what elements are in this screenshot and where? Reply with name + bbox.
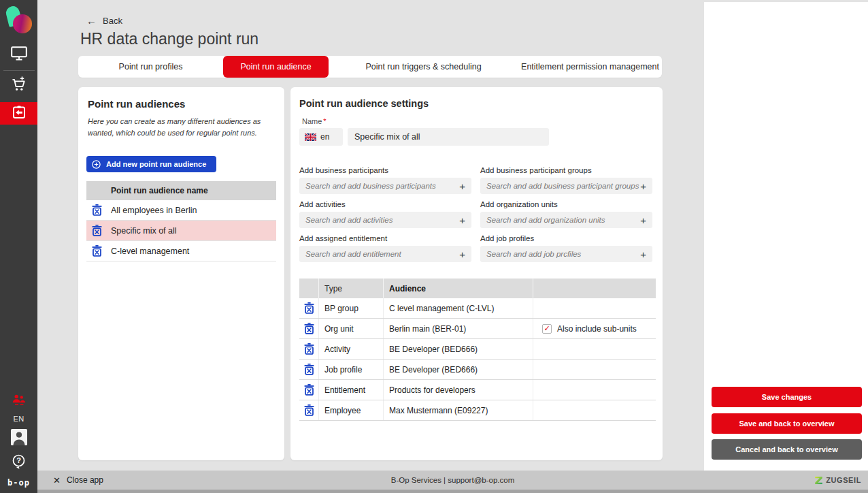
search-box: + <box>299 178 471 194</box>
language-indicator[interactable]: EN <box>13 415 24 423</box>
add-audience-button[interactable]: Add new point run audience <box>86 156 216 172</box>
field-label: Add assigned entitlement <box>299 234 471 242</box>
delete-row-button[interactable] <box>304 364 314 375</box>
table-row: Employee Max Mustermann (E09227) <box>299 400 656 421</box>
monitor-icon <box>11 46 27 63</box>
activities-search-input[interactable] <box>305 216 459 224</box>
business-participants-search-input[interactable] <box>305 182 459 190</box>
field-label: Add organization units <box>480 200 652 208</box>
delete-row-button[interactable] <box>304 323 314 334</box>
row-audience: Max Mustermann (E09227) <box>383 400 533 420</box>
delete-row-button[interactable] <box>304 384 314 396</box>
table-header-type: Type <box>318 279 383 298</box>
logo-gradient-circle <box>13 14 32 33</box>
add-plus-icon[interactable]: + <box>459 181 465 191</box>
service-info: B-Op Services | support@b-op.com <box>391 476 514 484</box>
tab-bar: Point run profiles Point run audience Po… <box>78 56 662 78</box>
row-audience: C level management (C-LVL) <box>383 298 533 318</box>
audience-form-grid: Add business participants + Add business… <box>299 166 656 262</box>
delete-row-button[interactable] <box>304 343 314 355</box>
field-label: Add business participant groups <box>480 166 652 174</box>
save-and-back-button[interactable]: Save and back to overview <box>712 413 862 434</box>
cancel-and-back-button[interactable]: Cancel and back to overview <box>712 439 862 460</box>
job-profiles-search-input[interactable] <box>486 250 640 258</box>
audience-name: All employees in Berlin <box>111 206 197 215</box>
delete-audience-button[interactable] <box>92 245 102 257</box>
tab-point-run-triggers[interactable]: Point run triggers & scheduling <box>329 56 518 78</box>
tab-point-run-profiles[interactable]: Point run profiles <box>78 56 223 78</box>
add-plus-icon[interactable]: + <box>640 215 646 225</box>
name-label-text: Name <box>302 117 322 125</box>
sidebar-divider <box>3 70 35 71</box>
row-type: Entitlement <box>318 380 383 400</box>
audience-name-input[interactable] <box>348 128 549 146</box>
tab-point-run-audience[interactable]: Point run audience <box>223 56 329 78</box>
tab-entitlement-permission[interactable]: Entitlement permission management <box>518 56 662 78</box>
table-row: Entitlement Products for developers <box>299 380 656 400</box>
save-changes-button[interactable]: Save changes <box>712 387 862 407</box>
row-options <box>533 400 656 420</box>
field-job-profiles: Add job profiles + <box>480 234 652 262</box>
add-plus-icon[interactable]: + <box>459 249 465 259</box>
delete-row-button[interactable] <box>304 404 314 416</box>
check-icon: ✓ <box>544 325 550 332</box>
row-type: Org unit <box>318 319 383 338</box>
help-icon[interactable]: ? <box>12 454 26 472</box>
audience-list-panel: Point run audiences Here you can create … <box>78 87 284 460</box>
back-button[interactable]: ← Back <box>86 15 122 27</box>
search-box: + <box>299 246 471 262</box>
audience-list-item[interactable]: All employees in Berlin <box>86 200 276 221</box>
svg-text:?: ? <box>16 456 21 464</box>
uk-flag-icon <box>305 133 316 141</box>
row-type: Activity <box>318 339 383 359</box>
business-participant-groups-search-input[interactable] <box>486 182 640 190</box>
audience-list-header: Point run audience name <box>86 181 276 200</box>
sub-units-checkbox[interactable]: ✓ <box>542 324 552 334</box>
row-audience: Berlin main (BER-01) <box>383 319 533 338</box>
audience-name: Specific mix of all <box>111 226 177 236</box>
add-plus-icon[interactable]: + <box>459 215 465 225</box>
circle-plus-icon <box>92 160 101 169</box>
bop-logo: b-op <box>7 478 30 488</box>
add-plus-icon[interactable]: + <box>640 181 646 191</box>
name-field-label: Name* <box>302 117 663 125</box>
delete-audience-button[interactable] <box>92 225 102 236</box>
required-marker: * <box>323 117 326 125</box>
audience-list-item-selected[interactable]: Specific mix of all <box>86 221 276 241</box>
close-app-button[interactable]: ✕ Close app <box>53 475 103 486</box>
delete-audience-button[interactable] <box>92 204 102 216</box>
sidebar-item-point-run-active[interactable] <box>0 102 37 125</box>
page-title: HR data change point run <box>80 30 258 48</box>
search-box: + <box>480 178 652 194</box>
field-organization-units: Add organization units + <box>480 200 652 228</box>
avatar[interactable] <box>11 429 27 448</box>
table-row: Org unit Berlin main (BER-01) ✓ Also inc… <box>299 319 656 339</box>
people-icon[interactable] <box>12 394 27 409</box>
sub-units-checkbox-group[interactable]: ✓ Also include sub-units <box>539 324 637 334</box>
search-box: + <box>480 212 652 228</box>
field-business-participants: Add business participants + <box>299 166 471 194</box>
row-options <box>533 360 656 379</box>
search-box: + <box>480 246 652 262</box>
delete-row-button[interactable] <box>304 302 314 314</box>
sidebar-item-shop[interactable] <box>0 73 37 99</box>
audience-list-item[interactable]: C-level management <box>86 241 276 261</box>
language-code: en <box>320 132 329 142</box>
field-label: Add job profiles <box>480 234 652 242</box>
table-header-options <box>533 279 656 298</box>
field-assigned-entitlement: Add assigned entitlement + <box>299 234 471 262</box>
row-type: Employee <box>318 400 383 420</box>
sub-units-checkbox-label: Also include sub-units <box>557 324 637 334</box>
name-field-row: en <box>299 128 663 146</box>
table-header-audience: Audience <box>383 279 533 298</box>
row-audience: BE Developer (BED666) <box>383 360 533 379</box>
sidebar-item-desktop[interactable] <box>0 42 37 67</box>
entitlement-search-input[interactable] <box>305 250 459 258</box>
clipboard-back-icon <box>11 104 27 123</box>
language-selector[interactable]: en <box>299 128 343 146</box>
add-plus-icon[interactable]: + <box>640 249 646 259</box>
app-logo[interactable] <box>6 6 32 33</box>
close-icon: ✕ <box>53 475 61 486</box>
organization-units-search-input[interactable] <box>486 216 640 224</box>
table-row: BP group C level management (C-LVL) <box>299 298 656 319</box>
